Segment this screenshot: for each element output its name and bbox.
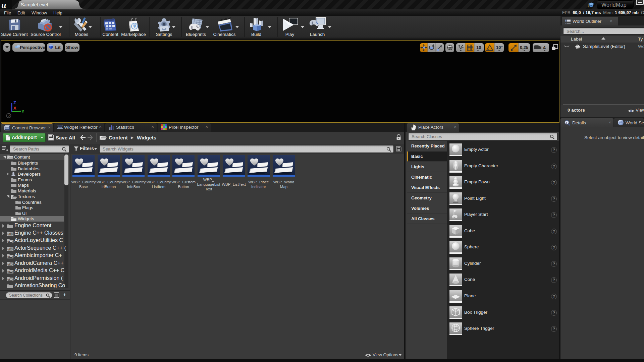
svg-text:10°: 10° [496, 45, 503, 50]
svg-text:C++: C++ [8, 263, 12, 266]
svg-text:0,25: 0,25 [520, 45, 528, 50]
svg-text:SampleLevel: SampleLevel [21, 2, 48, 7]
svg-text:C++: C++ [8, 233, 12, 236]
svg-text:10: 10 [476, 45, 481, 50]
svg-text:C++: C++ [8, 279, 12, 281]
svg-text:?: ? [8, 114, 10, 118]
svg-text:Y: Y [21, 109, 24, 114]
svg-text:u: u [1, 0, 6, 9]
svg-text:Z: Z [13, 100, 16, 105]
svg-text:C++: C++ [8, 271, 12, 273]
svg-text:C++: C++ [8, 241, 12, 243]
svg-text:C++: C++ [8, 248, 12, 251]
svg-text:C++: C++ [8, 256, 12, 258]
svg-text:4: 4 [543, 45, 546, 50]
svg-text:X: X [13, 106, 16, 111]
